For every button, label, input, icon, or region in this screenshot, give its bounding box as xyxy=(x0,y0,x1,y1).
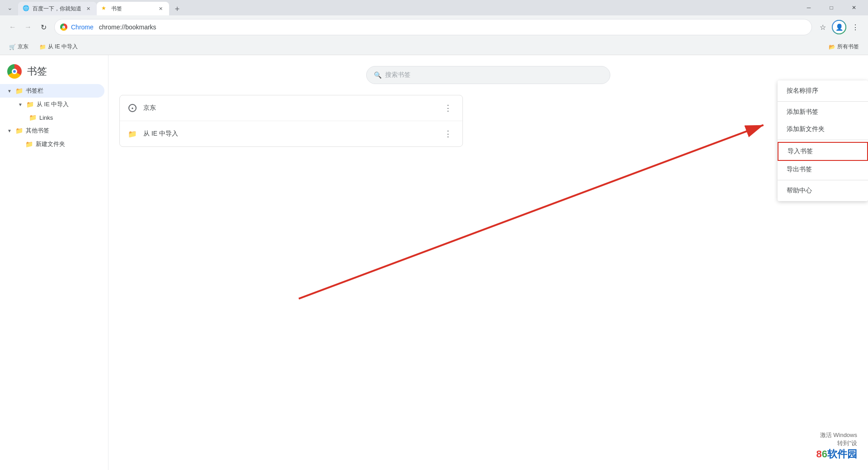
folder-open-icon: 📂 xyxy=(829,44,835,50)
address-chrome-label: Chrome xyxy=(71,24,94,31)
dropdown-export[interactable]: 导出书签 xyxy=(778,161,868,178)
ie-folder-site-icon: 📁 xyxy=(127,128,138,139)
nav-buttons: ← → ↻ xyxy=(5,20,51,34)
sidebar-item-new-folder[interactable]: 📁 新建文件夹 xyxy=(7,137,104,151)
address-bar[interactable]: Chrome chrome://bookmarks xyxy=(54,19,812,35)
minimize-button[interactable]: ─ xyxy=(798,0,819,15)
ie-expand-arrow: ▼ xyxy=(18,102,23,107)
brand-text: 86软件园 xyxy=(816,447,858,461)
bm-folder-icon: 📁 xyxy=(39,44,46,50)
other-folder-icon: 📁 xyxy=(15,127,23,134)
sidebar-links-label: Links xyxy=(39,114,53,121)
expand-arrow-icon: ▼ xyxy=(7,89,12,94)
main-content: 🔍 搜索书签 ● 京东 ⋮ 📁 从 IE 中导入 ⋮ xyxy=(108,55,868,470)
back-button[interactable]: ← xyxy=(5,20,20,34)
jd-more-button[interactable]: ⋮ xyxy=(441,101,455,115)
page-content: 书签 ▼ 📁 书签栏 ▼ 📁 从 IE 中导入 📁 Links ▼ 📁 其他书签 xyxy=(0,55,868,470)
dropdown-help[interactable]: 帮助中心 xyxy=(778,182,868,199)
window-controls-right: ─ □ ✕ xyxy=(798,0,864,15)
tab-baidu-title: 百度一下，你就知道 xyxy=(33,5,81,13)
brand-6: 6 xyxy=(822,448,827,460)
tab-bookmarks-title: 书签 xyxy=(111,5,154,13)
profile-avatar[interactable]: 👤 xyxy=(832,20,846,34)
folder-icon: 📁 xyxy=(15,87,23,94)
bm-ie-label: 从 IE 中导入 xyxy=(48,43,78,51)
watermark: 激活 Windows 转到"设 86软件园 xyxy=(816,431,858,461)
svg-line-1 xyxy=(299,125,764,299)
all-bookmarks-label: 所有书签 xyxy=(837,43,859,51)
close-button[interactable]: ✕ xyxy=(844,0,864,15)
maximize-button[interactable]: □ xyxy=(821,0,842,15)
toolbar-right: ☆ 👤 ⋮ xyxy=(816,20,863,34)
sidebar-bookmarks-bar-label: 书签栏 xyxy=(26,87,43,95)
reload-button[interactable]: ↻ xyxy=(36,20,51,34)
sidebar-item-links[interactable]: 📁 Links xyxy=(7,111,104,124)
tab-bookmarks-close[interactable]: ✕ xyxy=(156,5,165,13)
sidebar-ie-label: 从 IE 中导入 xyxy=(37,100,69,108)
globe-icon: ● xyxy=(128,104,137,112)
bm-bar-jd[interactable]: 🛒 京东 xyxy=(5,41,32,52)
dropdown-divider-2 xyxy=(778,140,868,140)
toolbar: ← → ↻ Chrome chrome://bookmarks ☆ 👤 ⋮ xyxy=(0,15,868,39)
jd-bookmark-name: 京东 xyxy=(143,104,435,112)
tab-baidu-close[interactable]: ✕ xyxy=(84,5,92,13)
ie-folder-icon: 📁 xyxy=(26,101,34,108)
brand-8: 8 xyxy=(816,448,822,460)
bookmarks-bar-right: 📂 所有书签 xyxy=(825,41,863,52)
all-bookmarks-button[interactable]: 📂 所有书签 xyxy=(825,41,863,52)
sidebar-other-label: 其他书签 xyxy=(26,127,49,135)
sidebar-item-other-bookmarks[interactable]: ▼ 📁 其他书签 xyxy=(0,124,104,137)
tab-baidu-favicon: 🌐 xyxy=(23,5,30,12)
dropdown-divider-1 xyxy=(778,101,868,102)
sidebar-item-bookmarks-bar[interactable]: ▼ 📁 书签栏 xyxy=(0,84,104,98)
bookmarks-bar: 🛒 京东 📁 从 IE 中导入 📂 所有书签 xyxy=(0,39,868,55)
search-placeholder: 搜索书签 xyxy=(385,71,410,79)
other-expand-arrow: ▼ xyxy=(7,128,12,133)
search-icon: 🔍 xyxy=(374,71,382,79)
folder-bm-icon: 📁 xyxy=(128,130,137,138)
address-url: chrome://bookmarks xyxy=(99,24,156,31)
sidebar-other-sub: 📁 新建文件夹 xyxy=(0,137,108,151)
new-folder-icon: 📁 xyxy=(25,141,33,148)
dropdown-sort[interactable]: 按名称排序 xyxy=(778,82,868,99)
links-folder-icon: 📁 xyxy=(29,114,37,121)
chrome-logo-icon xyxy=(60,24,67,31)
dropdown-divider-3 xyxy=(778,180,868,180)
sidebar-sub-items: ▼ 📁 从 IE 中导入 📁 Links xyxy=(0,98,108,124)
dropdown-add-folder[interactable]: 添加新文件夹 xyxy=(778,121,868,138)
sidebar-new-folder-label: 新建文件夹 xyxy=(36,140,65,148)
window-controls-left: ⌄ xyxy=(0,1,16,14)
dropdown-add-bookmark[interactable]: 添加新书签 xyxy=(778,103,868,121)
tab-bookmarks[interactable]: ★ 书签 ✕ xyxy=(97,2,169,15)
bm-jd-label: 京东 xyxy=(18,43,28,51)
sidebar-item-ie-import[interactable]: ▼ 📁 从 IE 中导入 xyxy=(7,98,104,111)
bookmark-row-ie: 📁 从 IE 中导入 ⋮ xyxy=(120,121,462,146)
bm-bar-ie-import[interactable]: 📁 从 IE 中导入 xyxy=(36,41,81,52)
new-tab-button[interactable]: + xyxy=(171,3,184,15)
jd-site-icon: ● xyxy=(127,103,138,113)
ie-more-button[interactable]: ⋮ xyxy=(441,127,455,141)
search-bar[interactable]: 🔍 搜索书签 xyxy=(366,66,610,84)
brand-software: 软件园 xyxy=(827,448,857,460)
titlebar: ⌄ 🌐 百度一下，你就知道 ✕ ★ 书签 ✕ + ─ □ ✕ xyxy=(0,0,868,15)
dropdown-import[interactable]: 导入书签 xyxy=(778,142,868,161)
bm-jd-icon: 🛒 xyxy=(9,44,16,50)
menu-button[interactable]: ⋮ xyxy=(848,20,863,34)
sidebar-header: 书签 xyxy=(0,62,108,84)
sidebar: 书签 ▼ 📁 书签栏 ▼ 📁 从 IE 中导入 📁 Links ▼ 📁 其他书签 xyxy=(0,55,108,470)
bookmark-card: ● 京东 ⋮ 📁 从 IE 中导入 ⋮ xyxy=(119,95,463,147)
tabs-area: 🌐 百度一下，你就知道 ✕ ★ 书签 ✕ + xyxy=(16,0,798,15)
ie-bookmark-name: 从 IE 中导入 xyxy=(143,130,435,138)
activate-windows-text: 激活 Windows 转到"设 xyxy=(816,431,858,447)
chrome-logo-sidebar xyxy=(7,64,22,79)
dropdown-menu: 按名称排序 添加新书签 添加新文件夹 导入书签 导出书签 帮助中心 xyxy=(778,80,868,201)
bookmark-star-button[interactable]: ☆ xyxy=(816,20,830,34)
tab-baidu[interactable]: 🌐 百度一下，你就知道 ✕ xyxy=(18,2,97,15)
sidebar-title: 书签 xyxy=(27,65,47,78)
bookmark-row-jd: ● 京东 ⋮ xyxy=(120,95,462,121)
search-bar-wrap: 🔍 搜索书签 xyxy=(119,66,857,84)
tab-bookmarks-favicon: ★ xyxy=(101,5,108,12)
tab-list-button[interactable]: ⌄ xyxy=(4,1,16,14)
forward-button[interactable]: → xyxy=(21,20,35,34)
